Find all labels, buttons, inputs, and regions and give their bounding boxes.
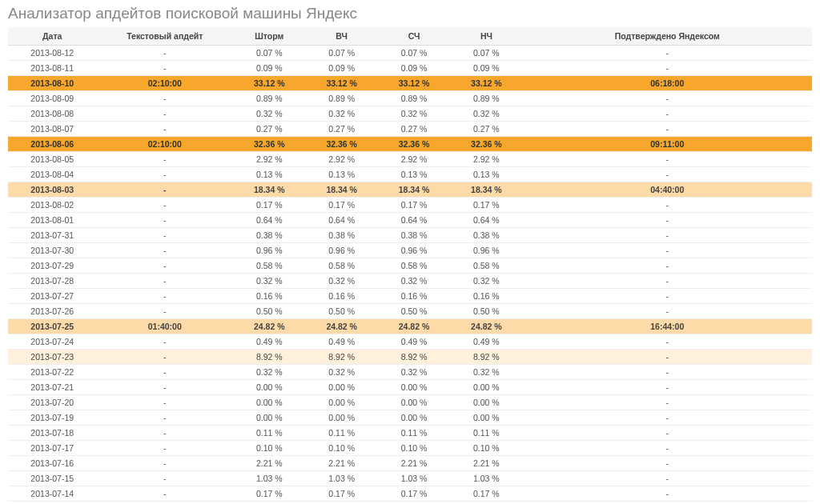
cell-storm: 0.58 % (233, 258, 305, 274)
cell-date: 2013-07-16 (8, 456, 96, 471)
cell-sch: 0.49 % (378, 334, 450, 350)
cell-text: 02:10:00 (96, 76, 233, 91)
cell-text: - (96, 243, 233, 258)
cell-vch: 0.38 % (305, 228, 377, 243)
table-row: 2013-07-16-2.21 %2.21 %2.21 %2.21 %- (8, 456, 812, 471)
cell-sch: 0.00 % (378, 395, 450, 410)
table-row: 2013-07-31-0.38 %0.38 %0.38 %0.38 %- (8, 228, 812, 243)
cell-nch: 0.07 % (450, 46, 522, 61)
cell-conf: - (523, 350, 812, 365)
table-row: 2013-08-08-0.32 %0.32 %0.32 %0.32 %- (8, 106, 812, 122)
cell-storm: 8.92 % (233, 350, 305, 365)
table-row: 2013-07-30-0.96 %0.96 %0.96 %0.96 %- (8, 243, 812, 258)
cell-conf: - (523, 106, 812, 122)
cell-vch: 18.34 % (305, 182, 377, 198)
cell-date: 2013-07-25 (8, 319, 96, 334)
cell-vch: 0.96 % (305, 243, 377, 258)
cell-vch: 2.92 % (305, 152, 377, 167)
cell-vch: 0.09 % (305, 61, 377, 76)
cell-storm: 2.21 % (233, 456, 305, 471)
cell-conf: - (523, 274, 812, 289)
cell-text: - (96, 228, 233, 243)
col-header-date: Дата (8, 27, 96, 46)
cell-sch: 0.58 % (378, 258, 450, 274)
cell-vch: 0.00 % (305, 410, 377, 426)
cell-text: - (96, 46, 233, 61)
cell-nch: 24.82 % (450, 319, 522, 334)
cell-nch: 0.32 % (450, 106, 522, 122)
cell-conf: 06:18:00 (523, 76, 812, 91)
cell-sch: 0.32 % (378, 106, 450, 122)
cell-conf: - (523, 61, 812, 76)
table-row: 2013-07-23-8.92 %8.92 %8.92 %8.92 %- (8, 350, 812, 365)
cell-storm: 0.07 % (233, 46, 305, 61)
cell-text: - (96, 365, 233, 380)
cell-vch: 0.32 % (305, 365, 377, 380)
cell-sch: 0.89 % (378, 91, 450, 106)
cell-sch: 0.00 % (378, 380, 450, 395)
cell-date: 2013-07-31 (8, 228, 96, 243)
cell-date: 2013-07-14 (8, 486, 96, 502)
cell-sch: 0.07 % (378, 46, 450, 61)
table-row: 2013-07-2501:40:0024.82 %24.82 %24.82 %2… (8, 319, 812, 334)
cell-nch: 0.38 % (450, 228, 522, 243)
cell-conf: - (523, 167, 812, 182)
cell-storm: 0.00 % (233, 395, 305, 410)
cell-storm: 0.89 % (233, 91, 305, 106)
cell-storm: 0.49 % (233, 334, 305, 350)
cell-text: - (96, 152, 233, 167)
cell-text: - (96, 106, 233, 122)
cell-storm: 0.16 % (233, 502, 305, 505)
table-row: 2013-07-28-0.32 %0.32 %0.32 %0.32 %- (8, 274, 812, 289)
cell-sch: 0.32 % (378, 365, 450, 380)
table-row: 2013-08-1002:10:0033.12 %33.12 %33.12 %3… (8, 76, 812, 91)
table-row: 2013-08-07-0.27 %0.27 %0.27 %0.27 %- (8, 122, 812, 137)
cell-conf: - (523, 198, 812, 213)
cell-conf: - (523, 304, 812, 319)
table-header-row: Дата Текстовый апдейт Шторм ВЧ СЧ НЧ Под… (8, 27, 812, 46)
cell-sch: 1.03 % (378, 471, 450, 486)
cell-sch: 0.50 % (378, 304, 450, 319)
cell-date: 2013-08-11 (8, 61, 96, 76)
cell-text: - (96, 350, 233, 365)
cell-storm: 0.32 % (233, 106, 305, 122)
cell-conf: - (523, 486, 812, 502)
cell-vch: 0.49 % (305, 334, 377, 350)
cell-conf: - (523, 410, 812, 426)
cell-storm: 0.96 % (233, 243, 305, 258)
cell-date: 2013-07-15 (8, 471, 96, 486)
cell-nch: 0.10 % (450, 441, 522, 456)
cell-storm: 0.50 % (233, 304, 305, 319)
cell-text: - (96, 167, 233, 182)
cell-sch: 0.27 % (378, 122, 450, 137)
cell-date: 2013-07-23 (8, 350, 96, 365)
cell-text: - (96, 182, 233, 198)
cell-nch: 1.03 % (450, 471, 522, 486)
cell-sch: 18.34 % (378, 182, 450, 198)
cell-sch: 0.17 % (378, 486, 450, 502)
cell-sch: 0.09 % (378, 61, 450, 76)
table-row: 2013-08-12-0.07 %0.07 %0.07 %0.07 %- (8, 46, 812, 61)
cell-sch: 0.11 % (378, 426, 450, 441)
cell-date: 2013-07-27 (8, 289, 96, 304)
cell-nch: 0.58 % (450, 258, 522, 274)
cell-vch: 0.50 % (305, 304, 377, 319)
col-header-conf: Подтверждено Яндексом (523, 27, 812, 46)
cell-date: 2013-08-04 (8, 167, 96, 182)
cell-text: - (96, 426, 233, 441)
cell-date: 2013-08-05 (8, 152, 96, 167)
cell-nch: 0.49 % (450, 334, 522, 350)
table-row: 2013-08-05-2.92 %2.92 %2.92 %2.92 %- (8, 152, 812, 167)
cell-conf: 04:40:00 (523, 182, 812, 198)
cell-vch: 24.82 % (305, 319, 377, 334)
cell-storm: 2.92 % (233, 152, 305, 167)
cell-storm: 0.17 % (233, 198, 305, 213)
cell-date: 2013-08-09 (8, 91, 96, 106)
cell-vch: 0.07 % (305, 46, 377, 61)
table-row: 2013-07-29-0.58 %0.58 %0.58 %0.58 %- (8, 258, 812, 274)
table-row: 2013-08-09-0.89 %0.89 %0.89 %0.89 %- (8, 91, 812, 106)
cell-date: 2013-07-28 (8, 274, 96, 289)
cell-storm: 0.64 % (233, 213, 305, 228)
cell-conf: - (523, 213, 812, 228)
cell-conf: - (523, 228, 812, 243)
